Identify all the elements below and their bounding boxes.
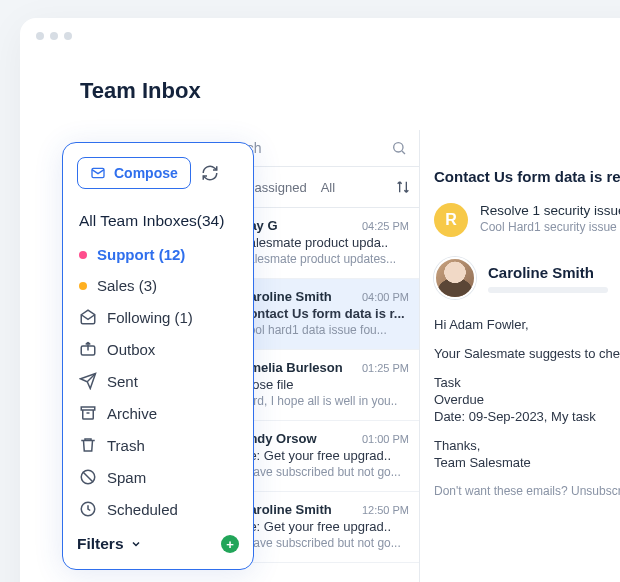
sidebar: Compose All Team Inboxes(34) Support (12… bbox=[62, 142, 254, 570]
message-tabs: Unassigned All bbox=[230, 167, 419, 208]
message-time: 01:00 PM bbox=[362, 433, 409, 445]
summary-line-2: Cool Hard1 security issue found on yo bbox=[480, 220, 620, 234]
sidebar-filters[interactable]: Filters + bbox=[77, 535, 239, 553]
sidebar-item-label: Following (1) bbox=[107, 309, 193, 326]
message-preview: hard, I hope all is well in you.. bbox=[240, 394, 409, 408]
trash-icon bbox=[79, 436, 97, 454]
sidebar-item-support[interactable]: Support (12) bbox=[77, 239, 239, 270]
sidebar-item-label: Sales (3) bbox=[97, 277, 157, 294]
sidebar-item-outbox[interactable]: Outbox bbox=[77, 333, 239, 365]
sidebar-item-spam[interactable]: Spam bbox=[77, 461, 239, 493]
message-item[interactable]: Andy Orsow01:00 PM Re: Get your free upg… bbox=[230, 421, 419, 492]
message-preview: I have subscribed but not go... bbox=[240, 536, 409, 550]
sidebar-item-sent[interactable]: Sent bbox=[77, 365, 239, 397]
sidebar-item-archive[interactable]: Archive bbox=[77, 397, 239, 429]
add-filter-button[interactable]: + bbox=[221, 535, 239, 553]
message-time: 04:00 PM bbox=[362, 291, 409, 303]
dot-icon bbox=[79, 282, 87, 290]
window-traffic-lights bbox=[20, 18, 620, 46]
message-time: 12:50 PM bbox=[362, 504, 409, 516]
message-time: 04:25 PM bbox=[362, 220, 409, 232]
tab-all[interactable]: All bbox=[321, 180, 335, 195]
body-thanks: Thanks, bbox=[434, 438, 620, 453]
author-avatar bbox=[434, 257, 476, 299]
body-greeting: Hi Adam Fowler, bbox=[434, 317, 620, 332]
author-name: Caroline Smith bbox=[488, 264, 608, 281]
detail-summary-card: R Resolve 1 security issue found on Cool… bbox=[434, 203, 620, 237]
chevron-down-icon bbox=[130, 538, 142, 550]
message-subject: Re: Get your free upgrad.. bbox=[240, 519, 409, 534]
sidebar-item-label: Trash bbox=[107, 437, 145, 454]
message-subject: Contact Us form data is r... bbox=[240, 306, 409, 321]
sidebar-item-following[interactable]: Following (1) bbox=[77, 301, 239, 333]
mail-open-icon bbox=[79, 308, 97, 326]
block-icon bbox=[79, 468, 97, 486]
svg-line-3 bbox=[402, 151, 405, 154]
message-preview: Cool hard1 data issue fou... bbox=[240, 323, 409, 337]
detail-title: Contact Us form data is ready bbox=[434, 168, 620, 185]
message-subject: Re: Get your free upgrad.. bbox=[240, 448, 409, 463]
message-preview: Salesmate product updates... bbox=[240, 252, 409, 266]
body-task-label: Task bbox=[434, 375, 620, 390]
avatar: R bbox=[434, 203, 468, 237]
message-time: 01:25 PM bbox=[362, 362, 409, 374]
sidebar-item-sales[interactable]: Sales (3) bbox=[77, 270, 239, 301]
message-item[interactable]: Kay G04:25 PM Salesmate product upda.. S… bbox=[230, 208, 419, 279]
sidebar-item-label: Spam bbox=[107, 469, 146, 486]
body-signoff: Team Salesmate bbox=[434, 455, 620, 470]
message-list-column: rch Unassigned All Kay G04:25 PM Salesma… bbox=[230, 130, 420, 582]
body-line: Your Salesmate suggests to check these o… bbox=[434, 346, 620, 361]
body-date: Date: 09-Sep-2023, My task bbox=[434, 409, 620, 424]
body-footer: Don't want these emails? Unsubscribe fro… bbox=[434, 484, 620, 498]
filters-label: Filters bbox=[77, 535, 124, 553]
sidebar-item-label: Outbox bbox=[107, 341, 155, 358]
sidebar-item-label: Scheduled bbox=[107, 501, 178, 518]
refresh-icon[interactable] bbox=[201, 164, 219, 182]
email-body: Hi Adam Fowler, Your Salesmate suggests … bbox=[434, 317, 620, 498]
search-icon bbox=[391, 140, 407, 156]
sidebar-item-label: Archive bbox=[107, 405, 157, 422]
reading-pane: Contact Us form data is ready R Resolve … bbox=[420, 130, 620, 512]
sort-icon[interactable] bbox=[395, 179, 411, 195]
message-subject: Close file bbox=[240, 377, 409, 392]
svg-rect-6 bbox=[81, 407, 95, 410]
outbox-icon bbox=[79, 340, 97, 358]
clock-icon bbox=[79, 500, 97, 518]
body-overdue-label: Overdue bbox=[434, 392, 620, 407]
message-preview: I have subscribed but not go... bbox=[240, 465, 409, 479]
summary-line-1: Resolve 1 security issue found on bbox=[480, 203, 620, 218]
sidebar-item-scheduled[interactable]: Scheduled bbox=[77, 493, 239, 525]
header: Team Inbox Se bbox=[20, 46, 620, 130]
svg-point-2 bbox=[394, 143, 403, 152]
dot-icon bbox=[79, 251, 87, 259]
sidebar-item-label: Support (12) bbox=[97, 246, 185, 263]
message-item[interactable]: Amelia Burleson01:25 PM Close file hard,… bbox=[230, 350, 419, 421]
message-subject: Salesmate product upda.. bbox=[240, 235, 409, 250]
message-item[interactable]: Caroline Smith12:50 PM Re: Get your free… bbox=[230, 492, 419, 563]
author-meta-placeholder bbox=[488, 287, 608, 293]
page-title: Team Inbox bbox=[80, 78, 201, 104]
message-search[interactable]: rch bbox=[230, 130, 419, 167]
sidebar-all-inboxes[interactable]: All Team Inboxes(34) bbox=[77, 205, 239, 237]
message-item[interactable]: Caroline Smith04:00 PM Contact Us form d… bbox=[230, 279, 419, 350]
archive-icon bbox=[79, 404, 97, 422]
sidebar-item-trash[interactable]: Trash bbox=[77, 429, 239, 461]
compose-label: Compose bbox=[114, 165, 178, 181]
send-icon bbox=[79, 372, 97, 390]
sidebar-item-label: Sent bbox=[107, 373, 138, 390]
compose-button[interactable]: Compose bbox=[77, 157, 191, 189]
mail-icon bbox=[90, 165, 106, 181]
message-sender: Amelia Burleson bbox=[240, 360, 343, 375]
author-row: Caroline Smith bbox=[434, 257, 620, 299]
